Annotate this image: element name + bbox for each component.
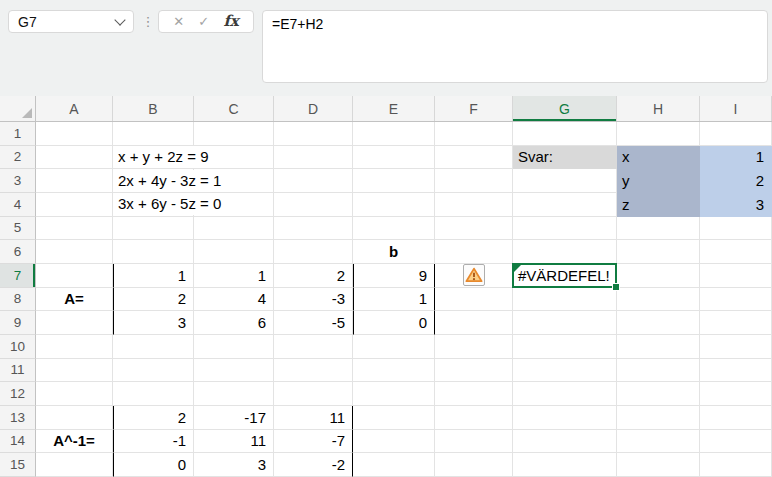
cell-I14[interactable]: [700, 430, 772, 454]
row-header-6[interactable]: 6: [0, 240, 36, 264]
cell-E10[interactable]: [353, 335, 435, 359]
cell-B7[interactable]: 1: [113, 264, 194, 288]
cell-B5[interactable]: [113, 217, 194, 241]
row-header-5[interactable]: 5: [0, 217, 36, 241]
row-header-10[interactable]: 10: [0, 335, 36, 359]
select-all-corner[interactable]: [0, 96, 36, 121]
cell-C10[interactable]: [194, 335, 274, 359]
enter-icon[interactable]: ✓: [198, 15, 209, 28]
cell-I10[interactable]: [700, 335, 772, 359]
cell-G7[interactable]: #VÄRDEFEL!: [513, 264, 617, 288]
cell-D6[interactable]: [274, 240, 353, 264]
cell-H13[interactable]: [617, 406, 700, 430]
cell-B1[interactable]: [113, 122, 194, 146]
cell-C8[interactable]: 4: [194, 288, 274, 312]
cell-G13[interactable]: [513, 406, 617, 430]
cell-F1[interactable]: [435, 122, 513, 146]
insert-function-icon[interactable]: fx: [223, 14, 238, 29]
fill-handle[interactable]: [612, 283, 620, 291]
cell-F11[interactable]: [435, 359, 513, 383]
cell-F4[interactable]: [435, 193, 513, 217]
cell-H10[interactable]: [617, 335, 700, 359]
column-header-C[interactable]: C: [194, 96, 274, 121]
cell-H9[interactable]: [617, 311, 700, 335]
row-header-7[interactable]: 7: [0, 264, 36, 288]
cell-C11[interactable]: [194, 359, 274, 383]
cell-B4[interactable]: 3x + 6y - 5z = 0: [113, 193, 194, 217]
cell-E3[interactable]: [353, 169, 435, 193]
cell-A3[interactable]: [36, 169, 113, 193]
cell-B14[interactable]: -1: [113, 430, 194, 454]
cell-G8[interactable]: [513, 288, 617, 312]
cell-D2[interactable]: [274, 146, 353, 170]
row-header-12[interactable]: 12: [0, 382, 36, 406]
cell-A14[interactable]: A^-1=: [36, 430, 113, 454]
row-header-3[interactable]: 3: [0, 169, 36, 193]
column-header-G[interactable]: G: [513, 96, 617, 121]
cell-G6[interactable]: [513, 240, 617, 264]
row-header-2[interactable]: 2: [0, 146, 36, 170]
cell-D10[interactable]: [274, 335, 353, 359]
cell-F2[interactable]: [435, 146, 513, 170]
cell-C15[interactable]: 3: [194, 453, 274, 477]
row-header-1[interactable]: 1: [0, 122, 36, 146]
cell-G14[interactable]: [513, 430, 617, 454]
cell-D4[interactable]: [274, 193, 353, 217]
cell-D15[interactable]: -2: [274, 453, 353, 477]
cell-I15[interactable]: [700, 453, 772, 477]
cell-A7[interactable]: [36, 264, 113, 288]
cell-E4[interactable]: [353, 193, 435, 217]
cell-H6[interactable]: [617, 240, 700, 264]
cell-I6[interactable]: [700, 240, 772, 264]
cell-E15[interactable]: [353, 453, 435, 477]
cell-G4[interactable]: [513, 193, 617, 217]
cell-B13[interactable]: 2: [113, 406, 194, 430]
cell-D1[interactable]: [274, 122, 353, 146]
cell-H15[interactable]: [617, 453, 700, 477]
cell-E14[interactable]: [353, 430, 435, 454]
cell-E1[interactable]: [353, 122, 435, 146]
cell-E7[interactable]: 9: [353, 264, 435, 288]
cell-E9[interactable]: 0: [353, 311, 435, 335]
name-box[interactable]: G7: [8, 10, 134, 33]
formula-input[interactable]: =E7+H2: [262, 10, 768, 83]
cell-C12[interactable]: [194, 382, 274, 406]
cell-G5[interactable]: [513, 217, 617, 241]
column-header-H[interactable]: H: [617, 96, 700, 121]
cell-F7[interactable]: [435, 264, 513, 288]
cell-D12[interactable]: [274, 382, 353, 406]
cell-E11[interactable]: [353, 359, 435, 383]
row-header-4[interactable]: 4: [0, 193, 36, 217]
cell-B2[interactable]: x + y + 2z = 9: [113, 146, 194, 170]
row-header-15[interactable]: 15: [0, 453, 36, 477]
cell-D3[interactable]: [274, 169, 353, 193]
chevron-down-icon[interactable]: [114, 14, 125, 25]
cell-E13[interactable]: [353, 406, 435, 430]
row-header-9[interactable]: 9: [0, 311, 36, 335]
column-header-A[interactable]: A: [36, 96, 113, 121]
cell-D5[interactable]: [274, 217, 353, 241]
cell-A13[interactable]: [36, 406, 113, 430]
cell-H1[interactable]: [617, 122, 700, 146]
cell-A10[interactable]: [36, 335, 113, 359]
cell-A11[interactable]: [36, 359, 113, 383]
cell-B10[interactable]: [113, 335, 194, 359]
cell-F8[interactable]: [435, 288, 513, 312]
cell-H14[interactable]: [617, 430, 700, 454]
column-header-D[interactable]: D: [274, 96, 353, 121]
cell-F10[interactable]: [435, 335, 513, 359]
cell-B3[interactable]: 2x + 4y - 3z = 1: [113, 169, 194, 193]
cell-H4[interactable]: z: [617, 193, 700, 217]
cell-E8[interactable]: 1: [353, 288, 435, 312]
column-header-I[interactable]: I: [700, 96, 772, 121]
cell-E2[interactable]: [353, 146, 435, 170]
cell-A8[interactable]: A=: [36, 288, 113, 312]
cell-F9[interactable]: [435, 311, 513, 335]
cell-A15[interactable]: [36, 453, 113, 477]
cell-D9[interactable]: -5: [274, 311, 353, 335]
row-header-13[interactable]: 13: [0, 406, 36, 430]
cell-G10[interactable]: [513, 335, 617, 359]
cell-D8[interactable]: -3: [274, 288, 353, 312]
cell-D14[interactable]: -7: [274, 430, 353, 454]
cell-G12[interactable]: [513, 382, 617, 406]
